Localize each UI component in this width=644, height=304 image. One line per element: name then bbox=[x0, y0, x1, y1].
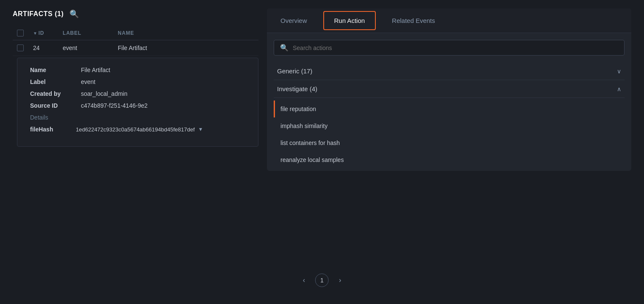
file-hash-dropdown-icon[interactable]: ▼ bbox=[198, 126, 203, 132]
artifacts-search-button[interactable]: 🔍 bbox=[69, 8, 80, 20]
action-item-file-reputation-label: file reputation bbox=[280, 106, 316, 112]
generic-group-header[interactable]: Generic (17) ∨ bbox=[274, 62, 625, 80]
search-bar: 🔍 bbox=[274, 40, 625, 56]
search-actions-icon: 🔍 bbox=[280, 44, 289, 52]
detail-created-label: Created by bbox=[30, 90, 72, 97]
artifacts-header: ARTIFACTS (1) 🔍 bbox=[13, 8, 258, 20]
detail-created-value: soar_local_admin bbox=[81, 90, 128, 97]
table-header-row: ▼ID LABEL NAME bbox=[13, 26, 258, 40]
investigate-chevron-icon: ∧ bbox=[617, 86, 621, 92]
cell-id: 24 bbox=[33, 45, 58, 51]
action-item-reanalyze-label: reanalyze local samples bbox=[280, 156, 344, 163]
detail-source-label: Source ID bbox=[30, 102, 72, 109]
action-item-list-containers-label: list containers for hash bbox=[280, 139, 340, 146]
investigate-group-header[interactable]: Investigate (4) ∧ bbox=[274, 80, 625, 98]
row-checkbox[interactable] bbox=[17, 45, 24, 51]
header-checkbox[interactable] bbox=[17, 30, 24, 36]
action-item-imphash[interactable]: imphash similarity bbox=[274, 117, 625, 134]
detail-source-value: c474b897-f251-4146-9e2 bbox=[81, 102, 147, 109]
detail-source-row: Source ID c474b897-f251-4146-9e2 bbox=[30, 102, 250, 109]
action-item-imphash-label: imphash similarity bbox=[280, 123, 328, 129]
artifacts-title: ARTIFACTS (1) bbox=[13, 10, 64, 18]
search-actions-input[interactable] bbox=[293, 45, 618, 51]
detail-label-value: event bbox=[81, 78, 95, 85]
detail-label-label: Label bbox=[30, 78, 72, 85]
pagination-page-1[interactable]: 1 bbox=[315, 273, 329, 287]
tab-overview[interactable]: Overview bbox=[267, 8, 321, 33]
tabs-bar: Overview Run Action Related Events bbox=[267, 8, 631, 33]
investigate-group-title: Investigate (4) bbox=[277, 85, 317, 92]
tab-run-action[interactable]: Run Action bbox=[323, 11, 376, 30]
file-hash-label: fileHash bbox=[30, 126, 72, 133]
generic-chevron-icon: ∨ bbox=[617, 68, 621, 75]
investigate-items-list: file reputation imphash similarity list … bbox=[274, 98, 625, 171]
file-hash-row: fileHash 1ed622472c9323c0a5674ab66194bd4… bbox=[30, 126, 250, 133]
generic-group: Generic (17) ∨ bbox=[267, 62, 631, 80]
sort-arrow-icon: ▼ bbox=[33, 31, 38, 36]
detail-name-value: File Artifact bbox=[81, 67, 110, 73]
col-header-id: ▼ID bbox=[33, 30, 58, 36]
details-section-title: Details bbox=[30, 114, 250, 121]
pagination-next[interactable]: › bbox=[336, 275, 344, 286]
generic-group-title: Generic (17) bbox=[277, 67, 312, 75]
file-hash-value: 1ed622472c9323c0a5674ab66194bd45fe817def bbox=[76, 126, 195, 133]
pagination: ‹ 1 › bbox=[300, 265, 345, 296]
table-row[interactable]: 24 event File Artifact bbox=[13, 40, 258, 56]
action-panel: Overview Run Action Related Events 🔍 Gen… bbox=[267, 8, 631, 171]
action-item-list-containers[interactable]: list containers for hash bbox=[274, 134, 625, 151]
action-item-reanalyze[interactable]: reanalyze local samples bbox=[274, 151, 625, 168]
investigate-group: Investigate (4) ∧ file reputation imphas… bbox=[267, 80, 631, 171]
detail-name-row: Name File Artifact bbox=[30, 67, 250, 73]
cell-name: File Artifact bbox=[118, 45, 254, 51]
tab-related-events[interactable]: Related Events bbox=[378, 8, 449, 33]
cell-label: event bbox=[63, 45, 114, 51]
col-header-name: NAME bbox=[118, 30, 254, 36]
col-header-label: LABEL bbox=[63, 30, 114, 36]
action-item-file-reputation[interactable]: file reputation bbox=[274, 100, 625, 117]
detail-created-row: Created by soar_local_admin bbox=[30, 90, 250, 97]
detail-name-label: Name bbox=[30, 67, 72, 73]
detail-label-row: Label event bbox=[30, 78, 250, 85]
pagination-prev[interactable]: ‹ bbox=[300, 275, 308, 286]
artifacts-table: ▼ID LABEL NAME 24 event File Artifact Na… bbox=[13, 26, 258, 147]
artifacts-panel: ARTIFACTS (1) 🔍 ▼ID LABEL NAME 24 bbox=[13, 8, 258, 296]
row-detail-panel: Name File Artifact Label event Created b… bbox=[17, 58, 258, 147]
